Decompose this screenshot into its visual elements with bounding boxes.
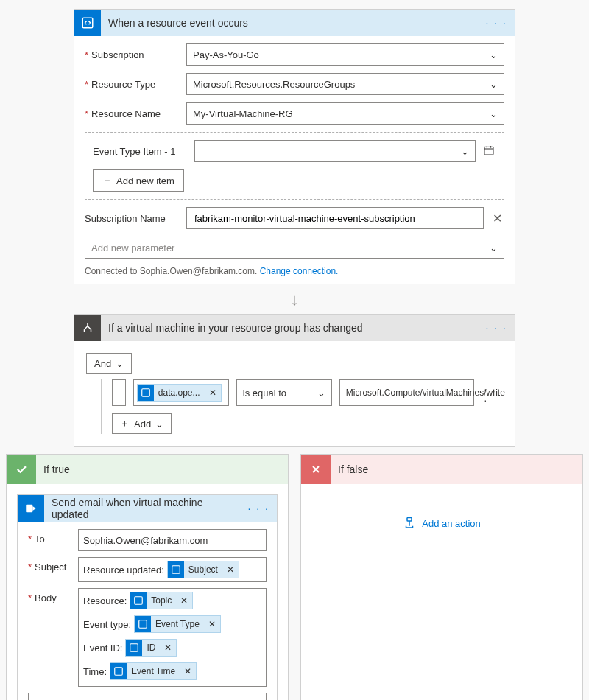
condition-body: And ⌄ data.ope... ✕ is equal to ⌄ Micros… [74, 341, 515, 446]
close-icon [301, 455, 331, 484]
row-menu-button[interactable]: . . . [482, 379, 503, 406]
chevron-down-icon: ⌄ [490, 79, 498, 90]
group-operator-select[interactable]: And ⌄ [86, 353, 132, 374]
if-true-branch: If true Send email when virtual machine … [6, 454, 289, 700]
trigger-card: When a resource event occurs · · · Subsc… [74, 9, 515, 284]
svg-rect-0 [82, 18, 93, 28]
dynamic-token-topic[interactable]: Topic ✕ [130, 592, 193, 609]
condition-operator-select[interactable]: is equal to ⌄ [236, 379, 332, 406]
resource-type-select[interactable]: Microsoft.Resources.ResourceGroups ⌄ [186, 73, 504, 95]
svg-rect-6 [139, 620, 147, 629]
event-grid-icon [168, 561, 184, 578]
change-connection-link[interactable]: Change connection. [260, 266, 339, 276]
svg-rect-3 [26, 505, 32, 513]
chevron-down-icon: ⌄ [461, 146, 469, 157]
dynamic-token-subject[interactable]: Subject ✕ [167, 561, 239, 578]
email-to-label: To [28, 529, 72, 545]
if-true-title: If true [36, 463, 288, 475]
svg-rect-1 [484, 147, 493, 155]
svg-rect-10 [407, 518, 412, 522]
add-new-parameter-select[interactable]: Add new parameter ⌄ [85, 237, 504, 259]
condition-row: data.ope... ✕ is equal to ⌄ Microsoft.Co… [112, 379, 503, 406]
event-grid-icon [135, 616, 151, 632]
trigger-header[interactable]: When a resource event occurs · · · [74, 10, 515, 36]
subscription-label: Subscription [85, 49, 180, 60]
trigger-title: When a resource event occurs [101, 17, 479, 29]
outlook-icon [18, 495, 44, 522]
send-email-menu-button[interactable]: · · · [241, 503, 277, 514]
svg-rect-8 [115, 668, 123, 676]
send-email-title: Send email when virtual machine updated [44, 497, 241, 520]
checkmark-icon [7, 455, 36, 484]
chevron-down-icon: ⌄ [116, 358, 124, 369]
event-grid-icon [130, 592, 147, 609]
token-remove-icon[interactable]: ✕ [180, 666, 196, 676]
svg-rect-5 [135, 597, 143, 605]
resource-type-label: Resource Type [85, 79, 180, 90]
if-false-title: If false [331, 463, 582, 475]
chevron-down-icon: ⌄ [490, 242, 498, 253]
token-remove-icon[interactable]: ✕ [205, 388, 221, 398]
condition-branches: If true Send email when virtual machine … [6, 454, 583, 700]
svg-rect-2 [142, 389, 150, 397]
email-subject-input[interactable]: Resource updated: Subject ✕ [78, 557, 267, 582]
dynamic-token-id[interactable]: ID ✕ [125, 639, 177, 657]
condition-card: If a virtual machine in your resource gr… [74, 314, 515, 447]
svg-rect-4 [172, 566, 180, 574]
event-grid-icon [126, 640, 142, 656]
trigger-menu-button[interactable]: · · · [479, 17, 515, 29]
chevron-down-icon: ⌄ [317, 388, 325, 399]
condition-left-value[interactable]: data.ope... ✕ [133, 379, 229, 406]
token-remove-icon[interactable]: ✕ [204, 619, 220, 629]
condition-menu-button[interactable]: · · · [479, 322, 515, 334]
email-body-input[interactable]: Resource: Topic ✕ Event type: [78, 588, 267, 687]
connection-footer: Connected to Sophia.Owen@fabrikam.com. C… [85, 266, 504, 276]
condition-header[interactable]: If a virtual machine in your resource gr… [74, 315, 515, 341]
send-email-card: Send email when virtual machine updated … [17, 494, 278, 700]
subscription-name-input[interactable] [186, 207, 484, 229]
svg-rect-7 [130, 644, 138, 652]
dynamic-token-event-time[interactable]: Event Time ✕ [110, 662, 197, 680]
dynamic-token[interactable]: data.ope... ✕ [137, 384, 222, 402]
add-action-false-button[interactable]: Add an action [311, 494, 572, 552]
trigger-body: Subscription Pay-As-You-Go ⌄ Resource Ty… [74, 36, 515, 284]
condition-right-value[interactable]: Microsoft.Compute/virtualMachines/write [339, 379, 474, 406]
subscription-name-label: Subscription Name [85, 213, 180, 224]
token-remove-icon[interactable]: ✕ [160, 643, 176, 653]
chevron-down-icon: ⌄ [490, 108, 498, 119]
plus-icon: ＋ [120, 417, 130, 430]
token-remove-icon[interactable]: ✕ [176, 595, 192, 606]
if-false-header[interactable]: If false [301, 455, 582, 484]
chevron-down-icon: ⌄ [155, 419, 163, 430]
if-true-header[interactable]: If true [7, 455, 288, 484]
email-body-label: Body [28, 588, 72, 603]
if-false-branch: If false Add an action [300, 454, 583, 700]
add-new-item-button[interactable]: ＋ Add new item [93, 169, 184, 192]
email-add-parameter-select[interactable]: Add new parameter ⌄ [28, 693, 267, 700]
condition-icon [74, 315, 101, 341]
add-condition-button[interactable]: ＋ Add ⌄ [112, 413, 172, 434]
resource-name-select[interactable]: My-Virtual-Machine-RG ⌄ [186, 102, 504, 125]
item-picker-icon[interactable] [482, 144, 496, 158]
resource-name-label: Resource Name [85, 108, 180, 119]
send-email-header[interactable]: Send email when virtual machine updated … [18, 495, 277, 522]
event-type-item-label: Event Type Item - 1 [93, 146, 188, 157]
condition-title: If a virtual machine in your resource gr… [101, 322, 479, 334]
email-to-input[interactable]: Sophia.Owen@fabrikam.com [78, 529, 267, 551]
event-type-list: Event Type Item - 1 ⌄ ＋ Add new item [85, 132, 504, 200]
email-subject-label: Subject [28, 557, 72, 573]
event-grid-icon [138, 385, 154, 401]
token-remove-icon[interactable]: ✕ [222, 564, 239, 575]
row-select-checkbox[interactable] [112, 379, 126, 406]
dynamic-token-event-type[interactable]: Event Type ✕ [134, 615, 221, 633]
clear-subscription-name-button[interactable]: ✕ [490, 211, 504, 225]
event-grid-icon [74, 10, 101, 36]
subscription-select[interactable]: Pay-As-You-Go ⌄ [186, 43, 504, 66]
plus-icon: ＋ [102, 174, 112, 187]
flow-arrow-icon: ↓ [6, 290, 583, 309]
event-grid-icon [110, 663, 127, 679]
event-type-item-select[interactable]: ⌄ [194, 140, 476, 162]
chevron-down-icon: ⌄ [490, 49, 498, 60]
